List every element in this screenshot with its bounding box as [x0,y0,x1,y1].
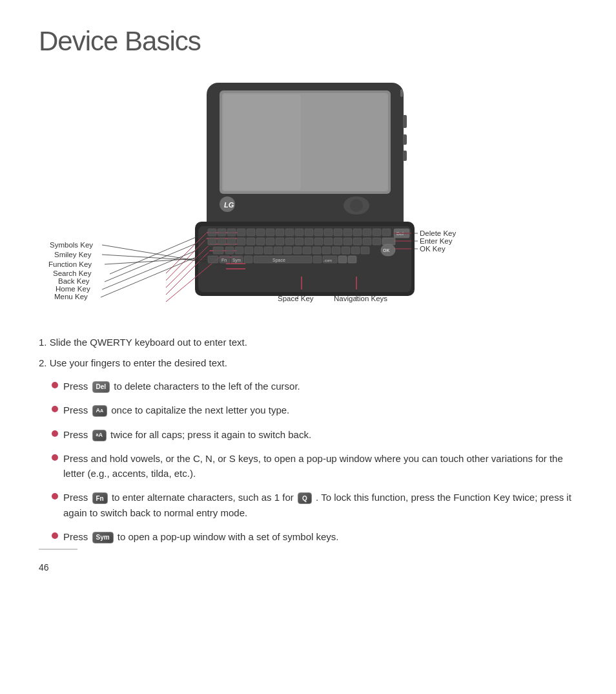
svg-rect-87 [314,238,323,245]
svg-rect-65 [285,229,294,236]
svg-text:OK Key: OK Key [420,245,446,253]
svg-rect-100 [264,247,272,254]
bullet-item-vowels: Press and hold vowels, or the C, N, or S… [52,451,577,481]
svg-rect-102 [283,247,292,254]
q-key-badge: Q [298,492,312,504]
sym-suffix: to open a pop-up window with a set of sy… [118,531,339,542]
svg-rect-88 [324,238,333,245]
diagram-wrapper: LG [40,76,576,309]
sym-key-badge: Sym [92,532,114,543]
aa-lower-suffix: twice for all caps; press it again to sw… [110,429,311,440]
bullet-dot-aa-upper [52,406,58,412]
svg-rect-60 [237,229,245,236]
bullet-content-fn: Press Fn to enter alternate characters, … [63,490,577,520]
svg-rect-86 [305,238,313,245]
svg-text:Enter Key: Enter Key [420,237,453,245]
svg-rect-82 [266,238,274,245]
svg-rect-83 [276,238,284,245]
svg-rect-68 [314,229,323,236]
svg-rect-75 [382,229,391,236]
svg-text:Space Key: Space Key [278,295,314,302]
svg-rect-9 [400,89,403,97]
svg-rect-63 [266,229,274,236]
bullet-dot-del [52,382,58,388]
svg-rect-94 [382,238,395,245]
svg-rect-109 [351,247,360,254]
svg-rect-93 [373,238,381,245]
page-title: Device Basics [39,26,577,57]
bullet-item-sym: Press Sym to open a pop-up window with a… [52,529,577,544]
fn-key-badge: Fn [92,492,108,504]
svg-rect-118 [244,256,252,263]
svg-rect-107 [332,247,340,254]
bottom-divider [39,549,77,550]
svg-rect-66 [295,229,303,236]
fn-middle: to enter alternate characters, such as 1… [112,492,294,503]
svg-text:Back Key: Back Key [58,277,90,285]
svg-rect-62 [256,229,265,236]
numbered-item-1: 1. Slide the QWERTY keyboard out to ente… [39,335,577,350]
aa-lower-key-badge: aA [92,430,107,441]
svg-rect-74 [373,229,381,236]
svg-rect-104 [303,247,311,254]
svg-rect-72 [353,229,362,236]
svg-rect-108 [342,247,350,254]
press-label-fn: Press [63,492,88,503]
svg-rect-61 [247,229,255,236]
bullet-content-aa-lower: Press aA twice for all caps; press it ag… [63,427,577,442]
svg-text:Fn: Fn [221,258,227,262]
svg-rect-96 [225,247,234,254]
svg-rect-78 [227,238,236,245]
svg-rect-105 [313,247,321,254]
svg-text:.com: .com [323,258,332,262]
svg-rect-92 [363,238,371,245]
svg-rect-76 [208,238,216,245]
press-label-sym: Press [63,531,88,542]
page-number: 46 [39,562,49,573]
svg-rect-77 [218,238,226,245]
press-label-del: Press [63,381,88,392]
svg-text:Search Key: Search Key [53,269,92,277]
aa-upper-key-badge: AA [92,405,108,417]
svg-rect-103 [293,247,302,254]
svg-rect-110 [361,247,369,254]
svg-text:Home Key: Home Key [56,285,90,293]
svg-rect-81 [256,238,265,245]
bullet-item-aa-lower: Press aA twice for all caps; press it ag… [52,427,577,442]
svg-rect-7 [403,134,407,145]
svg-text:LG: LG [224,201,234,209]
svg-rect-79 [237,238,245,245]
vowels-text: Press and hold vowels, or the C, N, or S… [63,453,563,479]
svg-rect-91 [353,238,362,245]
press-label-aa-lower: Press [63,429,88,440]
svg-rect-121 [313,256,322,263]
device-diagram: LG [40,76,576,306]
svg-text:Function Key: Function Key [48,260,92,268]
svg-rect-97 [235,247,243,254]
svg-rect-125 [348,256,356,263]
svg-rect-8 [403,151,407,161]
svg-point-11 [350,199,363,212]
svg-line-43 [101,251,210,297]
bullet-content-aa-upper: Press AA once to capitalize the next let… [63,403,577,417]
page: Device Basics LG [0,0,616,592]
numbered-item-2: 2. Use your fingers to enter the desired… [39,355,577,371]
svg-rect-73 [363,229,371,236]
svg-rect-124 [338,256,347,263]
bullet-item-aa-upper: Press AA once to capitalize the next let… [52,403,577,417]
svg-rect-67 [305,229,313,236]
svg-rect-84 [285,238,294,245]
svg-rect-90 [344,238,352,245]
svg-text:Symbols Key: Symbols Key [50,241,93,249]
svg-text:Delete Key: Delete Key [420,229,457,237]
svg-rect-70 [334,229,342,236]
svg-line-41 [105,239,207,282]
bullet-dot-fn [52,493,58,499]
svg-rect-85 [295,238,303,245]
svg-rect-95 [213,247,223,254]
press-label-aa-upper: Press [63,405,88,415]
svg-rect-3 [223,94,301,190]
svg-rect-69 [324,229,333,236]
svg-rect-64 [276,229,284,236]
bullet-content-vowels: Press and hold vowels, or the C, N, or S… [63,451,577,481]
